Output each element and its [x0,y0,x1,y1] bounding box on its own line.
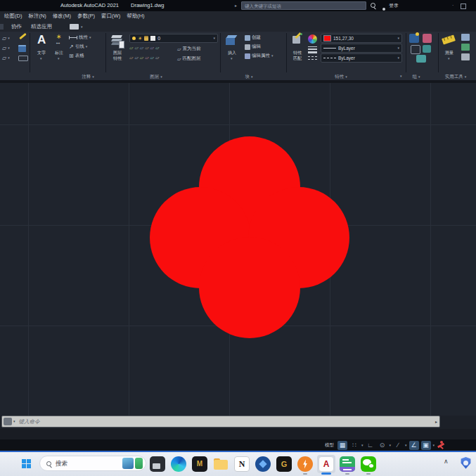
app-icon-m[interactable]: M [191,456,208,472]
layer-tool-icon[interactable]: ▱ [145,45,148,50]
windows-start-button[interactable] [22,459,31,468]
edit-block-button[interactable]: 编辑 [245,43,261,51]
layer-tool-icon[interactable]: ▱ [134,45,138,50]
command-prompt-icon[interactable] [4,418,12,425]
measure-button[interactable]: 测量 ▾ [440,32,458,63]
caret-down-icon[interactable]: ▾ [390,444,392,447]
table-button[interactable]: ⊞ 表格 [69,52,84,60]
lineweight-icon[interactable] [308,46,317,53]
layer-tool-icon[interactable]: ▱ [129,45,133,50]
security-shield-icon[interactable] [461,457,471,469]
layer-tool-icon[interactable]: ▱ [129,55,133,60]
edge-browser-icon[interactable] [170,456,187,472]
autocad-app-icon[interactable]: A [318,456,335,472]
panel-label-block[interactable]: 块 ▾ [231,73,266,80]
insert-block-button[interactable]: 插入 ▾ [222,32,242,63]
annotation-monitor-icon[interactable] [437,441,445,449]
help-search-input[interactable]: 键入关键字或短语 [241,1,366,10]
object-color-dropdown[interactable]: 151,27,30 ▾ [321,34,402,43]
ortho-mode-icon[interactable]: ∟ [366,441,375,450]
search-icon[interactable] [371,3,375,8]
dimension-button[interactable]: ∗ ↔ 标注 ▾ [51,32,67,63]
object-snap-icon[interactable]: ∠ [409,441,419,450]
layer-properties-button[interactable]: 图层 特性 [108,32,127,63]
menu-item-help[interactable]: 帮助(H) [127,13,144,20]
command-line-input[interactable]: ▾ 键入命令 ▸ [1,416,440,427]
caret-down-icon[interactable]: ▾ [13,420,15,423]
tray-expand-chevron-icon[interactable]: ∧ [444,458,449,465]
app-icon-g[interactable]: G [276,456,292,472]
caret-right-icon[interactable]: ▸ [235,4,237,8]
layer-tool-icon[interactable]: ▱ [150,55,154,60]
app-icon-dark-notes[interactable] [149,456,166,472]
group-selection-icon[interactable] [423,45,431,53]
box-3d-icon[interactable] [18,45,26,52]
caret-down-icon[interactable]: ▾ [433,444,435,447]
match-layer-button[interactable]: ▱ 匹配图层 [177,55,200,63]
red-circle-bottom[interactable] [199,237,300,338]
app-icon-n[interactable]: N [233,456,250,472]
rectangle-tool-icon[interactable] [18,56,28,61]
search-highlight-image[interactable] [122,458,134,469]
layer-tool-icon[interactable]: ▱ [150,45,154,50]
utility-tool-icon[interactable] [461,34,470,41]
utility-tool-icon[interactable] [461,53,470,60]
panel-label-properties[interactable]: 特性 ▾ [323,73,359,80]
menu-item-modify[interactable]: 修改(M) [53,13,71,20]
group-manager-icon[interactable] [416,55,426,63]
app-icon-green-text[interactable] [339,456,356,472]
tab-collaborate[interactable]: 协作 [11,24,22,30]
modify-tool-button[interactable]: ▱▾ [2,44,10,52]
panel-label-annotation[interactable]: 注释 ▾ [70,73,105,80]
app-icon-blue-hex[interactable] [255,456,271,472]
tab-featured-apps[interactable]: 精选应用 [31,24,52,30]
pencil-icon[interactable] [19,33,26,39]
ribbon-display-toggle[interactable] [70,24,79,30]
group-ungroup-icon[interactable] [423,34,432,43]
make-current-button[interactable]: ▱ 置为当前 [177,45,200,53]
modify-tool-button[interactable]: ▱▾ [2,54,10,62]
layer-tool-icon[interactable]: ▱ [134,55,138,60]
sign-in-button[interactable]: 登录 [389,3,399,8]
match-properties-button[interactable]: 特性 匹配 [288,32,307,63]
polar-tracking-icon[interactable]: ⊙ [378,441,387,450]
menu-item-draw[interactable]: 绘图(D) [4,13,22,20]
linetype-dropdown[interactable]: ByLayer ▾ [321,53,402,63]
utility-tool-icon[interactable] [461,44,470,51]
modify-tool-button[interactable]: ▱▾ [2,34,10,42]
panel-label-layers[interactable]: 图层 ▾ [139,73,174,80]
object-snap-settings-icon[interactable]: ▣ [421,441,431,450]
caret-down-icon[interactable]: ▾ [81,25,83,29]
snap-mode-icon[interactable]: ∷ [349,441,359,450]
search-highlight-image[interactable] [135,458,143,469]
layer-tool-icon[interactable]: ▱ [140,45,143,50]
taskbar-search-box[interactable]: 搜索 [39,456,146,471]
leader-button[interactable]: ↗ 引线 ▾ [69,43,87,51]
menu-item-window[interactable]: 窗口(W) [101,13,120,20]
model-space-button[interactable]: 模型 [325,443,334,448]
drawing-canvas[interactable] [0,83,476,416]
layer-tool-icon[interactable]: ▱ [145,55,148,60]
window-controls-icon[interactable] [461,4,466,9]
layer-tool-icon[interactable]: ▱ [155,45,159,50]
group-edit-icon[interactable] [411,45,420,54]
object-snap-tracking-icon[interactable]: ∕ [393,441,403,450]
create-block-button[interactable]: 创建 [245,34,261,41]
layer-tool-icon[interactable]: ▱ [155,55,159,60]
layer-tool-icon[interactable]: ▱ [140,55,143,60]
wechat-icon[interactable] [360,456,377,472]
app-icon-lightning[interactable] [297,456,314,472]
edit-attributes-button[interactable]: 编辑属性 ▾ [245,52,274,60]
text-button[interactable]: A 文字 ▾ [33,32,50,63]
caret-down-icon[interactable]: ▾ [361,444,364,447]
caret-down-icon[interactable]: ▾ [405,444,407,447]
lineweight-dropdown[interactable]: ByLayer ▾ [321,44,402,53]
menu-item-parametric[interactable]: 参数(P) [77,13,95,20]
layer-dropdown[interactable]: ☀ 0 ▾ [129,34,218,43]
group-create-icon[interactable] [409,34,419,43]
color-wheel-icon[interactable] [308,34,317,44]
linetype-icon[interactable] [308,56,317,60]
linear-dimension-button[interactable]: 线性 ▾ [69,34,91,41]
panel-label-utilities[interactable]: 实用工具 ▾ [436,73,475,80]
caret-right-icon[interactable]: ▸ [435,420,437,424]
